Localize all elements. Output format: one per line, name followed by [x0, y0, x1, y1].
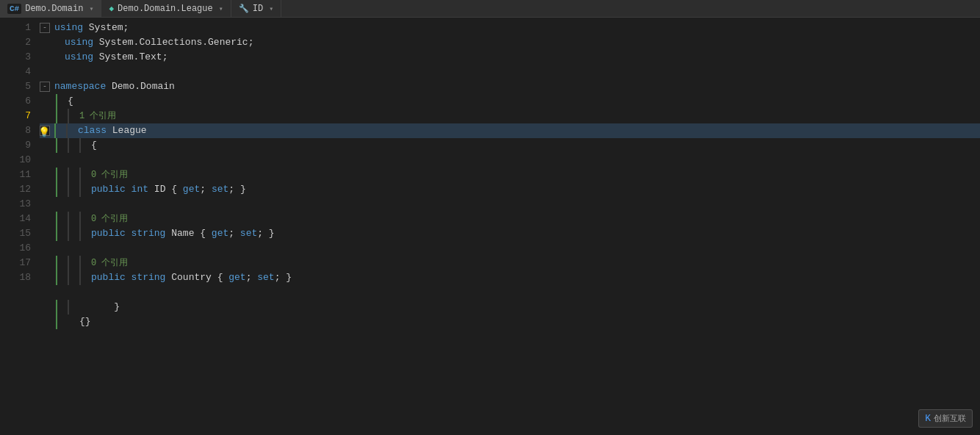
code-line-5: - namespace Demo.Domain — [40, 79, 980, 94]
token-public-id: public — [91, 182, 126, 197]
watermark-logo: K — [925, 413, 931, 424]
ref-count-country: 0 个引用 — [91, 256, 128, 270]
token-namespace: namespace — [54, 79, 106, 94]
token-open-brace-ns: { — [68, 94, 73, 109]
token-semi-get-name: ; — [228, 226, 240, 241]
collapse-5[interactable]: - — [40, 82, 50, 92]
token-open-brace-class: { — [91, 138, 97, 153]
watermark: K 创新互联 — [918, 409, 973, 428]
code-line-12: public string Name { get ; set ; } — [40, 226, 980, 241]
token-int: int — [126, 182, 148, 197]
line-num-15: 15 — [6, 226, 31, 241]
class-icon: ◆ — [109, 4, 114, 13]
editor-window: C# Demo.Domain ▾ ◆ Demo.Domain.League ▾ … — [0, 0, 980, 435]
token-get-name: get — [212, 226, 228, 241]
token-public-name: public — [91, 226, 126, 241]
token-domain: Demo.Domain — [106, 79, 175, 94]
line-num-17: 17 — [6, 256, 31, 270]
line-num-4: 4 — [6, 65, 31, 79]
line-num-13: 13 — [6, 197, 31, 212]
code-line-10: public int ID { get ; set ; } — [40, 182, 980, 197]
token-set-name: set — [240, 226, 257, 241]
token-string-country: string — [126, 270, 166, 285]
token-close-brace-ns: {} — [79, 314, 91, 329]
line-num-10: 10 — [6, 153, 31, 168]
token-set-id: set — [212, 182, 228, 197]
nav-class-dropdown-icon: ▾ — [219, 4, 223, 13]
token-get-id: get — [183, 182, 200, 197]
code-line-ref-class: 1 个引用 — [40, 109, 980, 123]
ref-count-name: 0 个引用 — [91, 212, 128, 226]
watermark-text: 创新互联 — [934, 413, 966, 424]
line-numbers: 1 2 3 4 5 6 7 8 9 10 11 12 13 14 15 16 1… — [0, 18, 37, 435]
code-editor[interactable]: 1 2 3 4 5 6 7 8 9 10 11 12 13 14 15 16 1… — [0, 18, 980, 435]
code-line-7: 💡 - class League — [40, 123, 980, 138]
nav-bar: C# Demo.Domain ▾ ◆ Demo.Domain.League ▾ … — [0, 0, 980, 18]
token-class: class — [78, 123, 107, 138]
token-set-country: set — [257, 270, 274, 285]
ref-line-id: 0 个引用 — [40, 168, 980, 182]
ref-count-id: 0 个引用 — [91, 168, 128, 182]
line-num-5: 5 — [6, 79, 31, 94]
line-num-6: 6 — [6, 94, 31, 109]
code-line-8: { — [40, 138, 980, 153]
nav-class-label: Demo.Domain.League — [118, 4, 213, 14]
token-system-1: System; — [83, 21, 129, 35]
code-line-13 — [40, 241, 980, 256]
code-line-6: { — [40, 94, 980, 109]
token-semi-set-name: ; } — [257, 226, 274, 241]
token-system-text: System.Text; — [93, 50, 167, 65]
line-num-16: 16 — [6, 241, 31, 256]
token-using-2: using — [65, 35, 93, 50]
token-using-1: using — [54, 21, 83, 35]
line-num-12: 12 — [6, 182, 31, 197]
csharp-icon: C# — [7, 4, 21, 14]
token-brace-open-id: { — [171, 182, 183, 197]
token-id-name: ID — [148, 182, 171, 197]
token-system-collections: System.Collections.Generic; — [93, 35, 253, 50]
line-num-14: 14 — [6, 212, 31, 226]
token-name-name: Name — [165, 226, 200, 241]
token-country-name: Country — [165, 270, 217, 285]
line-num-18: 18 — [6, 270, 31, 285]
code-content[interactable]: - using System; using System.Collections… — [37, 18, 980, 435]
token-get-country: get — [228, 270, 245, 285]
line-num-7: 7 — [6, 109, 31, 123]
nav-class-item[interactable]: ◆ Demo.Domain.League ▾ — [101, 0, 231, 17]
nav-file-label: Demo.Domain — [25, 4, 83, 14]
code-area: 1 2 3 4 5 6 7 8 9 10 11 12 13 14 15 16 1… — [0, 18, 980, 435]
line-num-2: 2 — [6, 35, 31, 50]
ref-line-country: 0 个引用 — [40, 256, 980, 270]
line-num-8: 8 — [6, 123, 31, 138]
collapse-1[interactable]: - — [40, 23, 50, 33]
token-semi-get-country: ; — [246, 270, 258, 285]
code-line-14: public string Country { get ; set ; } — [40, 270, 980, 285]
code-line-17: {} — [40, 314, 980, 329]
line-num-11: 11 — [6, 168, 31, 182]
token-close-brace-class: } — [91, 300, 120, 314]
token-semi-set-country: ; } — [275, 270, 292, 285]
token-string-name: string — [126, 226, 166, 241]
line-num-1: 1 — [6, 21, 31, 35]
line-num-9: 9 — [6, 138, 31, 153]
code-line-9 — [40, 153, 980, 168]
code-line-16: } — [40, 300, 980, 314]
token-using-3: using — [65, 50, 93, 65]
nav-member-item[interactable]: 🔧 ID ▾ — [231, 0, 281, 17]
token-brace-open-name: { — [200, 226, 212, 241]
code-line-18 — [40, 329, 980, 344]
nav-file-item[interactable]: C# Demo.Domain ▾ — [0, 0, 101, 17]
tool-icon: 🔧 — [239, 4, 249, 13]
token-semi-set-id: ; } — [228, 182, 245, 197]
nav-file-dropdown-icon: ▾ — [89, 4, 93, 13]
code-line-3: using System.Text; — [40, 50, 980, 65]
ref-line-name: 0 个引用 — [40, 212, 980, 226]
nav-member-dropdown-icon: ▾ — [269, 4, 273, 13]
token-brace-open-country: { — [217, 270, 229, 285]
token-public-country: public — [91, 270, 126, 285]
token-semi-get-id: ; — [200, 182, 212, 197]
code-line-11 — [40, 197, 980, 212]
code-line-15 — [40, 285, 980, 300]
ref-count-class: 1 个引用 — [79, 109, 116, 123]
code-line-1: - using System; — [40, 21, 980, 35]
